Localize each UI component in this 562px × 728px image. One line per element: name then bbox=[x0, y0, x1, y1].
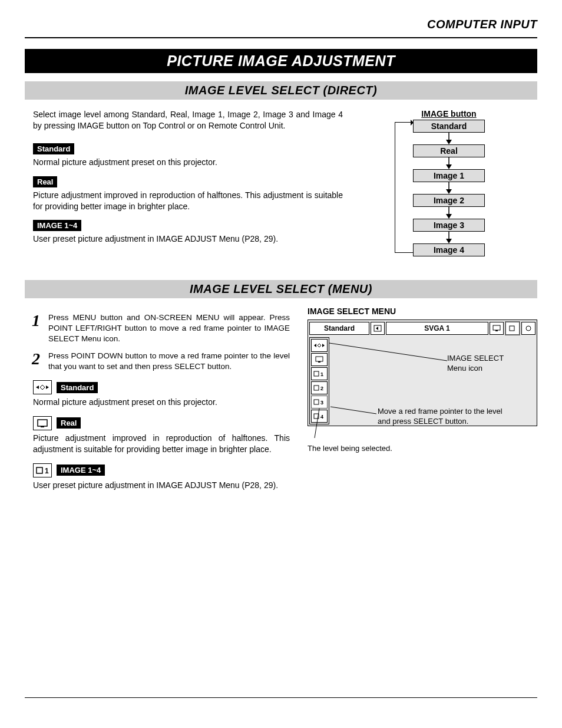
page-title: PICTURE IMAGE ADJUSTMENT bbox=[25, 49, 537, 73]
svg-marker-11 bbox=[40, 385, 45, 390]
flow-box-2: Image 1 bbox=[413, 169, 485, 182]
svg-line-36 bbox=[329, 343, 447, 361]
svg-line-38 bbox=[315, 409, 319, 438]
svg-marker-25 bbox=[322, 344, 325, 347]
arrow-down-icon bbox=[445, 133, 453, 144]
osd-caption: The level being selected. bbox=[308, 444, 537, 453]
svg-rect-28 bbox=[314, 371, 319, 376]
svg-text:2: 2 bbox=[320, 386, 323, 391]
arrow-down-icon bbox=[445, 232, 453, 243]
svg-text:3: 3 bbox=[320, 400, 323, 406]
menu-title: IMAGE SELECT MENU bbox=[308, 307, 537, 316]
step-text-1: Press MENU button and ON-SCREEN MENU wil… bbox=[48, 312, 290, 345]
flow-head: IMAGE button bbox=[396, 109, 502, 118]
svg-rect-26 bbox=[316, 357, 323, 361]
flow-box-1: Real bbox=[413, 144, 485, 157]
label-standard-menu: Standard bbox=[57, 382, 98, 393]
header-underline bbox=[25, 37, 537, 38]
desc-image14-menu: User preset picture adjustment in IMAGE … bbox=[33, 480, 290, 491]
osd-item-2: 2 bbox=[311, 381, 328, 394]
osd-item-3: 3 bbox=[311, 396, 328, 409]
osd-item-1: 1 bbox=[311, 367, 328, 380]
arrow-down-icon bbox=[445, 157, 453, 169]
svg-marker-1 bbox=[446, 140, 452, 144]
flow-box-5: Image 4 bbox=[413, 243, 485, 256]
osd-item-std bbox=[311, 339, 328, 352]
svg-marker-9 bbox=[446, 239, 452, 243]
desc-standard-menu: Normal picture adjustment preset on this… bbox=[33, 397, 290, 408]
real-icon bbox=[33, 416, 52, 430]
svg-text:1: 1 bbox=[320, 371, 323, 377]
intro-text: Select image level among Standard, Real,… bbox=[33, 109, 343, 131]
svg-marker-18 bbox=[376, 327, 378, 330]
page-number: 27 bbox=[510, 705, 537, 710]
osd-top-label: Standard bbox=[309, 322, 369, 335]
label-real: Real bbox=[33, 176, 57, 187]
desc-real-menu: Picture adjustment improved in reproduct… bbox=[33, 433, 290, 455]
section-heading-menu: IMAGE LEVEL SELECT (MENU) bbox=[25, 280, 537, 298]
flow-diagram: IMAGE button Standard Real Image 1 Image… bbox=[396, 109, 502, 256]
label-real-menu: Real bbox=[57, 417, 81, 429]
step-text-2: Press POINT DOWN button to move a red fr… bbox=[48, 351, 290, 372]
svg-marker-12 bbox=[46, 386, 49, 389]
image1-icon: 1 bbox=[33, 463, 52, 477]
osd-display-icon bbox=[490, 322, 504, 335]
desc-standard: Normal picture adjustment preset on this… bbox=[33, 157, 343, 168]
footer-rule bbox=[25, 697, 537, 698]
svg-rect-19 bbox=[493, 325, 500, 330]
callout-1: IMAGE SELECT Menu icon bbox=[447, 354, 518, 374]
osd-imagesel-icon bbox=[505, 321, 520, 335]
osd-signal: SVGA 1 bbox=[386, 322, 488, 335]
svg-rect-27 bbox=[318, 361, 320, 363]
arrow-down-icon bbox=[445, 182, 453, 194]
svg-marker-24 bbox=[318, 344, 321, 347]
step-number-2: 2 bbox=[25, 351, 40, 367]
arrow-down-icon bbox=[445, 207, 453, 219]
desc-real: Picture adjustment improved in reproduct… bbox=[33, 190, 343, 212]
section-heading-direct: IMAGE LEVEL SELECT (DIRECT) bbox=[25, 81, 537, 100]
osd-screenshot: Standard SVGA 1 bbox=[308, 319, 537, 426]
svg-rect-13 bbox=[38, 420, 47, 426]
step-number-1: 1 bbox=[25, 312, 40, 329]
svg-line-37 bbox=[330, 407, 376, 414]
svg-marker-3 bbox=[446, 164, 452, 169]
flow-box-4: Image 3 bbox=[413, 219, 485, 232]
standard-icon bbox=[33, 380, 52, 394]
svg-rect-21 bbox=[510, 326, 514, 331]
svg-marker-23 bbox=[314, 344, 316, 347]
osd-input-icon bbox=[371, 322, 385, 335]
svg-rect-14 bbox=[41, 426, 44, 427]
label-image14-menu: IMAGE 1~4 bbox=[57, 465, 105, 476]
callout-line-3 bbox=[313, 409, 325, 438]
osd-setting-icon bbox=[521, 322, 535, 335]
section-header: COMPUTER INPUT bbox=[25, 18, 537, 31]
desc-image14: User preset picture adjustment in IMAGE … bbox=[33, 233, 343, 245]
flow-box-0: Standard bbox=[413, 120, 485, 133]
svg-text:1: 1 bbox=[45, 467, 49, 475]
svg-marker-5 bbox=[446, 189, 452, 194]
callout-2: Move a red frame pointer to the level an… bbox=[378, 407, 507, 427]
label-image14: IMAGE 1~4 bbox=[33, 220, 81, 231]
svg-marker-7 bbox=[446, 214, 452, 219]
flow-box-3: Image 2 bbox=[413, 194, 485, 207]
svg-rect-20 bbox=[495, 330, 498, 331]
svg-rect-32 bbox=[314, 400, 319, 404]
label-standard: Standard bbox=[33, 143, 74, 154]
svg-rect-30 bbox=[314, 386, 319, 390]
svg-point-22 bbox=[526, 326, 531, 331]
svg-marker-10 bbox=[36, 386, 39, 389]
svg-rect-15 bbox=[37, 467, 42, 473]
osd-item-real bbox=[311, 353, 328, 366]
